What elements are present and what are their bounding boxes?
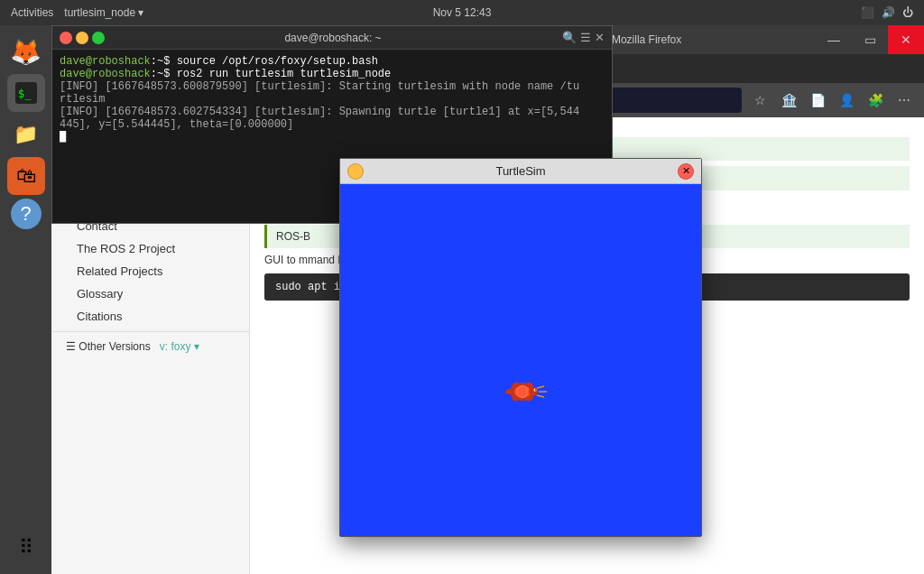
extensions-icon[interactable]: 🧩 — [863, 88, 888, 113]
terminal-log-2: rtlesim — [60, 93, 605, 106]
terminal-icons: 🔍 ☰ ✕ — [561, 31, 605, 44]
sidebar-divider — [51, 331, 249, 332]
terminal-log-4: 445], y=[5.544445], theta=[0.000000] — [60, 118, 605, 131]
terminal-title-label: dave@roboshack: ~ — [105, 32, 561, 44]
sidebar-label-glossary: Glossary — [77, 287, 123, 301]
app-icon-files[interactable]: 📁 — [7, 116, 45, 153]
svg-point-6 — [535, 389, 536, 390]
app-icon-help[interactable]: ? — [11, 199, 42, 229]
turtlesim-minimize-btn[interactable] — [347, 163, 364, 180]
terminal-controls — [60, 32, 105, 44]
term-max-btn[interactable] — [92, 32, 105, 44]
turtle-sprite — [503, 374, 539, 401]
svg-point-11 — [505, 389, 514, 394]
power-icon[interactable]: ⏻ — [902, 6, 913, 19]
app-icon-terminal[interactable]: $_ — [7, 74, 45, 112]
cmd-2: :~$ ros2 run turtlesim turtlesim_node — [151, 68, 391, 80]
version-badge: v: foxy ▾ — [156, 340, 203, 353]
term-close-btn[interactable] — [60, 32, 72, 44]
browser-minimize-btn[interactable]: — — [816, 25, 852, 54]
sidebar-item-citations[interactable]: Citations — [51, 305, 249, 328]
terminal-search-icon[interactable]: 🔍 — [562, 31, 577, 44]
terminal-line-1: dave@roboshack:~$ source /opt/ros/foxy/s… — [60, 55, 605, 68]
sidebar-item-other-versions[interactable]: ☰ Other Versions v: foxy ▾ — [51, 336, 249, 357]
bookmarks-library-icon[interactable]: 🏦 — [776, 88, 801, 113]
prompt-2: dave@roboshack — [60, 68, 151, 80]
terminal-titlebar: dave@roboshack: ~ 🔍 ☰ ✕ — [52, 26, 612, 50]
svg-line-14 — [537, 395, 544, 397]
term-min-btn[interactable] — [76, 32, 88, 44]
gui-text: GUI to — [264, 254, 296, 266]
sidebar-label-citations: Citations — [77, 310, 123, 323]
terminal-menu-icon[interactable]: ☰ — [580, 31, 591, 44]
app-icon-software[interactable]: 🛍 — [7, 157, 45, 195]
turtlesim-close-btn[interactable]: ✕ — [678, 163, 694, 180]
terminal-line-2: dave@roboshack:~$ ros2 run turtlesim tur… — [60, 68, 605, 80]
menu-icon[interactable]: ⋯ — [892, 88, 917, 113]
turtlesim-title-label: TurtleSim — [364, 164, 678, 178]
sidebar-item-ros2project[interactable]: The ROS 2 Project — [51, 237, 249, 260]
cmd-1: :~$ source /opt/ros/foxy/setup.bash — [151, 55, 378, 68]
sidebar-item-related[interactable]: Related Projects — [51, 260, 249, 282]
sidebar-label-related: Related Projects — [77, 264, 162, 278]
browser-window-controls: — ▭ ✕ — [816, 25, 924, 54]
system-bar-center: Nov 5 12:43 — [433, 6, 492, 19]
app-icon-show-all[interactable]: ⠿ — [7, 529, 45, 567]
turtlesim-window: TurtleSim ✕ — [339, 158, 702, 537]
turtlesim-canvas — [340, 184, 701, 536]
prompt-1: dave@roboshack — [60, 55, 151, 68]
turtlesim-close-controls: ✕ — [678, 163, 694, 180]
browser-close-btn[interactable]: ✕ — [888, 25, 924, 54]
svg-point-4 — [529, 387, 538, 396]
system-bar-left: Activities turtlesim_node ▾ — [11, 6, 143, 19]
app-icon-firefox[interactable]: 🦊 — [7, 32, 45, 70]
reading-view-icon[interactable]: 📄 — [805, 88, 830, 113]
sidebar-label-ros2project: The ROS 2 Project — [77, 242, 175, 255]
ros-base-text: ROS-B — [276, 230, 310, 243]
turtlesim-controls — [347, 163, 364, 180]
terminal-close-icon[interactable]: ✕ — [595, 31, 605, 44]
sidebar-label-other-versions: ☰ Other Versions — [66, 340, 151, 353]
profile-icon[interactable]: 👤 — [834, 88, 859, 113]
terminal-cursor-line: █ — [60, 131, 605, 144]
browser-maximize-btn[interactable]: ▭ — [852, 25, 888, 54]
terminal-log-1: [INFO] [1667648573.600879590] [turtlesim… — [60, 80, 605, 93]
network-icon: ⬛ — [861, 6, 874, 19]
system-bar: Activities turtlesim_node ▾ Nov 5 12:43 … — [0, 0, 924, 25]
svg-line-12 — [537, 386, 544, 388]
datetime-label: Nov 5 12:43 — [433, 6, 492, 19]
bookmark-icon[interactable]: ☆ — [747, 88, 772, 113]
sound-icon[interactable]: 🔊 — [882, 6, 895, 19]
terminal-cursor: █ — [60, 131, 66, 144]
app-name-label[interactable]: turtlesim_node ▾ — [64, 6, 143, 19]
nav-icons: ☆ 🏦 📄 👤 🧩 ⋯ — [747, 88, 917, 113]
turtlesim-titlebar: TurtleSim ✕ — [340, 159, 701, 184]
system-bar-right: ⬛ 🔊 ⏻ — [861, 6, 913, 19]
sidebar-item-glossary[interactable]: Glossary — [51, 282, 249, 305]
svg-text:$_: $_ — [18, 88, 32, 100]
activities-label[interactable]: Activities — [11, 6, 53, 19]
app-sidebar: 🦊 $_ 📁 🛍 ? ⠿ — [0, 25, 51, 574]
terminal-log-3: [INFO] [1667648573.602754334] [turtlesim… — [60, 106, 605, 118]
